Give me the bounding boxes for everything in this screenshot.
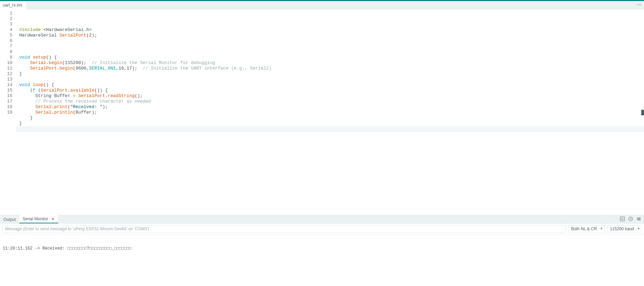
code-line[interactable] bbox=[16, 44, 644, 49]
line-number: 18 bbox=[0, 104, 12, 110]
code-line[interactable]: HardwareSerial SerialPort(2); bbox=[16, 33, 644, 38]
clear-output-button[interactable] bbox=[636, 216, 642, 222]
ellipsis-icon: ⋯ bbox=[637, 2, 642, 8]
line-number: 15 bbox=[0, 88, 12, 93]
line-number: 9 bbox=[0, 55, 12, 60]
code-line[interactable]: } bbox=[16, 121, 644, 126]
serial-send-input[interactable] bbox=[2, 225, 566, 233]
code-editor[interactable]: 12345678910111213141516171819 #include <… bbox=[0, 9, 644, 215]
line-number: 2 bbox=[0, 16, 12, 22]
line-ending-select[interactable]: Both NL & CR bbox=[568, 225, 605, 233]
line-number: 8 bbox=[0, 49, 12, 55]
code-line[interactable] bbox=[16, 77, 644, 82]
code-line[interactable]: // Process the received character as nee… bbox=[16, 99, 644, 104]
serial-send-row: Both NL & CR 115200 baud bbox=[0, 223, 644, 234]
code-line[interactable] bbox=[16, 38, 644, 44]
line-number: 14 bbox=[0, 82, 12, 88]
code-line[interactable]: Serial.println(Buffer); bbox=[16, 110, 644, 115]
code-line[interactable]: void setup() { bbox=[16, 55, 644, 60]
clear-lines-icon bbox=[636, 216, 641, 222]
file-tab-active[interactable]: uart_rx.ino bbox=[0, 1, 27, 9]
baud-rate-select[interactable]: 115200 baud bbox=[607, 225, 642, 233]
tab-output[interactable]: Output bbox=[0, 216, 19, 223]
tab-serial-monitor[interactable]: Serial Monitor ✕ bbox=[19, 215, 58, 223]
line-number: 17 bbox=[0, 99, 12, 104]
svg-rect-0 bbox=[620, 217, 624, 221]
code-line[interactable]: SerialPort.begin(9600,SERIAL_8N1,16,17);… bbox=[16, 66, 644, 71]
panel-toolbar bbox=[619, 216, 642, 222]
clock-icon bbox=[628, 216, 633, 222]
minimap-cursor-indicator bbox=[641, 110, 644, 115]
line-number: 12 bbox=[0, 71, 12, 77]
line-number-gutter: 12345678910111213141516171819 bbox=[0, 9, 16, 215]
toggle-autoscroll-button[interactable] bbox=[619, 216, 625, 222]
code-line[interactable]: if (SerialPort.available()) { bbox=[16, 88, 644, 93]
serial-console[interactable]: 11:20:11.162 -> Received: □□□□□□□□?□□□□□… bbox=[0, 234, 644, 286]
code-line[interactable]: Serial.begin(115200); // Initialize the … bbox=[16, 60, 644, 66]
toggle-timestamp-button[interactable] bbox=[627, 216, 634, 222]
line-ending-value: Both NL & CR bbox=[571, 226, 597, 231]
chevron-down-boxed-icon bbox=[620, 216, 625, 222]
code-line[interactable] bbox=[16, 126, 644, 132]
line-number: 13 bbox=[0, 77, 12, 82]
line-number: 7 bbox=[0, 44, 12, 49]
tab-output-label: Output bbox=[3, 217, 16, 222]
code-area[interactable]: #include <HardwareSerial.h>HardwareSeria… bbox=[16, 9, 644, 215]
line-number: 19 bbox=[0, 110, 12, 115]
code-line[interactable]: #include <HardwareSerial.h> bbox=[16, 27, 644, 33]
line-number: 5 bbox=[0, 33, 12, 38]
line-number: 4 bbox=[0, 27, 12, 33]
code-line[interactable]: } bbox=[16, 115, 644, 121]
code-line[interactable]: Serial.print("Received: "); bbox=[16, 104, 644, 110]
line-number: 3 bbox=[0, 22, 12, 27]
tab-overflow-button[interactable]: ⋯ bbox=[637, 2, 642, 8]
baud-rate-value: 115200 baud bbox=[610, 226, 634, 231]
line-number: 1 bbox=[0, 11, 12, 16]
bottom-panel-tabs: Output Serial Monitor ✕ bbox=[0, 215, 644, 223]
line-number: 10 bbox=[0, 60, 12, 66]
file-tab-label: uart_rx.ino bbox=[3, 3, 22, 8]
code-line[interactable]: void loop() { bbox=[16, 82, 644, 88]
code-line[interactable] bbox=[16, 49, 644, 55]
code-line[interactable]: } bbox=[16, 71, 644, 77]
tab-serial-monitor-label: Serial Monitor bbox=[23, 216, 48, 221]
close-icon[interactable]: ✕ bbox=[51, 216, 55, 221]
line-number: 16 bbox=[0, 93, 12, 99]
code-line[interactable]: String Buffer = SerialPort.readString(); bbox=[16, 93, 644, 99]
line-number: 11 bbox=[0, 66, 12, 71]
serial-console-line: 11:20:11.162 -> Received: □□□□□□□□?□□□□□… bbox=[3, 246, 641, 251]
line-number: 6 bbox=[0, 38, 12, 44]
file-tab-bar: uart_rx.ino ⋯ bbox=[0, 1, 644, 9]
